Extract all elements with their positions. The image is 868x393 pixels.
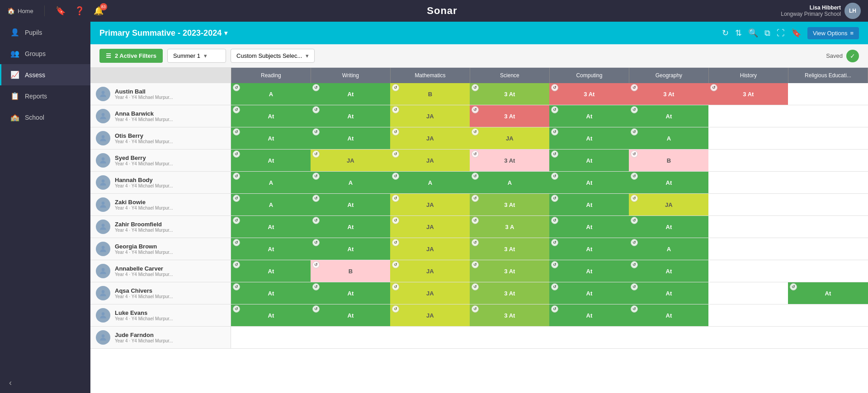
history-icon[interactable]: ↺ — [472, 217, 479, 224]
history-icon[interactable]: ↺ — [472, 106, 479, 113]
grade-cell[interactable]: ↺ At — [231, 260, 311, 282]
grade-cell[interactable]: ↺ At — [549, 194, 629, 216]
grade-cell[interactable]: ↺ At — [629, 105, 708, 127]
grade-cell[interactable] — [788, 216, 868, 238]
grade-cell[interactable]: ↺ At — [231, 150, 311, 172]
history-icon[interactable]: ↺ — [312, 84, 320, 91]
grade-cell[interactable]: ↺ At — [549, 238, 629, 260]
grade-cell[interactable] — [788, 260, 868, 282]
history-icon[interactable]: ↺ — [551, 217, 558, 224]
grade-cell[interactable]: ↺ JA — [390, 216, 470, 238]
history-icon[interactable]: ↺ — [551, 239, 558, 246]
history-icon[interactable]: ↺ — [551, 195, 558, 202]
history-icon[interactable]: ↺ — [392, 128, 399, 136]
history-icon[interactable]: ↺ — [233, 150, 240, 158]
header-dropdown-icon[interactable]: ▾ — [224, 29, 227, 37]
grade-cell[interactable] — [708, 238, 788, 260]
history-icon[interactable]: ↺ — [551, 173, 558, 180]
grade-cell[interactable]: ↺ At — [549, 127, 629, 150]
grade-cell[interactable]: ↺ JA — [390, 194, 470, 216]
grade-cell[interactable] — [708, 194, 788, 216]
history-icon[interactable]: ↺ — [631, 150, 638, 158]
sidebar-item-groups[interactable]: 👥 Groups — [0, 43, 90, 64]
active-filters-button[interactable]: ☰ 2 Active Filters — [99, 49, 163, 63]
history-icon[interactable]: ↺ — [551, 261, 558, 268]
grade-cell[interactable]: ↺ JA — [390, 127, 470, 150]
grade-cell[interactable]: ↺ At — [629, 172, 708, 194]
sidebar-item-pupils[interactable]: 👤 Pupils — [0, 22, 90, 43]
grade-cell[interactable]: ↺ B — [311, 260, 390, 282]
grade-cell[interactable]: ↺ At — [629, 216, 708, 238]
history-icon[interactable]: ↺ — [551, 283, 558, 290]
history-icon[interactable]: ↺ — [631, 195, 638, 202]
search-icon[interactable]: 🔍 — [748, 28, 758, 38]
grade-cell[interactable]: ↺ A — [231, 83, 311, 105]
grade-cell[interactable]: ↺ A — [231, 172, 311, 194]
student-cell[interactable]: Aqsa Chivers Year 4 · Y4 Michael Murpur.… — [90, 282, 231, 304]
grade-cell[interactable]: ↺ A — [629, 127, 708, 150]
student-cell[interactable]: Jude Farndon Year 4 · Y4 Michael Murpur.… — [90, 327, 231, 349]
history-icon[interactable]: ↺ — [631, 84, 638, 91]
grade-cell[interactable]: ↺ At — [231, 105, 311, 127]
bookmark-icon-nav[interactable]: 🔖 — [56, 6, 66, 16]
student-cell[interactable]: Annabelle Carver Year 4 · Y4 Michael Mur… — [90, 260, 231, 282]
grade-cell[interactable]: ↺ At — [231, 216, 311, 238]
grade-cell[interactable]: ↺ A — [629, 238, 708, 260]
refresh-icon[interactable]: ↻ — [722, 28, 729, 38]
history-icon[interactable]: ↺ — [472, 239, 479, 246]
grade-cell[interactable] — [708, 282, 788, 304]
student-cell[interactable]: Austin Ball Year 4 · Y4 Michael Murpur..… — [90, 83, 231, 105]
grade-cell[interactable]: ↺ 3 A — [470, 216, 549, 238]
grade-cell[interactable]: ↺ At — [549, 216, 629, 238]
history-icon[interactable]: ↺ — [631, 128, 638, 136]
student-cell[interactable]: Anna Barwick Year 4 · Y4 Michael Murpur.… — [90, 105, 231, 127]
history-icon[interactable]: ↺ — [233, 283, 240, 290]
grade-cell[interactable]: ↺ At — [311, 216, 390, 238]
grade-cell[interactable]: ↺ JA — [390, 304, 470, 327]
history-icon[interactable]: ↺ — [312, 217, 320, 224]
history-icon[interactable]: ↺ — [233, 128, 240, 136]
grade-cell[interactable] — [788, 238, 868, 260]
history-icon[interactable]: ↺ — [472, 305, 479, 313]
bookmark-header-icon[interactable]: 🔖 — [791, 28, 801, 38]
history-icon[interactable]: ↺ — [472, 261, 479, 268]
history-icon[interactable]: ↺ — [233, 217, 240, 224]
history-icon[interactable]: ↺ — [631, 106, 638, 113]
grade-cell[interactable] — [708, 304, 788, 327]
grade-cell[interactable] — [629, 327, 708, 349]
grade-cell[interactable]: ↺ At — [311, 304, 390, 327]
grade-cell[interactable] — [390, 327, 470, 349]
history-icon[interactable]: ↺ — [312, 106, 320, 113]
history-icon[interactable]: ↺ — [472, 128, 479, 136]
history-icon[interactable]: ↺ — [631, 173, 638, 180]
subject-filter-dropdown[interactable]: Custom Subjects Selec... ▾ — [231, 49, 315, 63]
grade-cell[interactable]: ↺ JA — [629, 194, 708, 216]
grade-cell[interactable] — [708, 150, 788, 172]
grade-cell[interactable]: ↺ At — [231, 238, 311, 260]
grade-cell[interactable]: ↺ 3 At — [549, 83, 629, 105]
grade-cell[interactable]: ↺ JA — [390, 150, 470, 172]
grade-cell[interactable]: ↺ 3 At — [470, 150, 549, 172]
grade-cell[interactable]: ↺ A — [390, 172, 470, 194]
grade-cell[interactable]: ↺ At — [311, 282, 390, 304]
grade-cell[interactable]: ↺ At — [311, 194, 390, 216]
grade-cell[interactable]: ↺ At — [549, 105, 629, 127]
grade-cell[interactable]: ↺ JA — [390, 238, 470, 260]
term-filter-dropdown[interactable]: Summer 1 ▾ — [167, 49, 226, 63]
history-icon[interactable]: ↺ — [312, 239, 320, 246]
grade-cell[interactable] — [708, 127, 788, 150]
student-cell[interactable]: Otis Berry Year 4 · Y4 Michael Murpur... — [90, 127, 231, 150]
sidebar-collapse-btn[interactable]: ‹ — [0, 373, 90, 393]
grade-cell[interactable]: ↺ At — [549, 260, 629, 282]
sidebar-item-school[interactable]: 🏫 School — [0, 107, 90, 128]
sidebar-item-reports[interactable]: 📋 Reports — [0, 85, 90, 107]
history-icon[interactable]: ↺ — [392, 195, 399, 202]
grade-cell[interactable]: ↺ 3 At — [629, 83, 708, 105]
grade-cell[interactable] — [549, 327, 629, 349]
grade-cell[interactable]: ↺ 3 At — [708, 83, 788, 105]
history-icon[interactable]: ↺ — [631, 283, 638, 290]
history-icon[interactable]: ↺ — [312, 195, 320, 202]
student-cell[interactable]: Syed Berry Year 4 · Y4 Michael Murpur... — [90, 150, 231, 172]
grade-cell[interactable] — [788, 127, 868, 150]
history-icon[interactable]: ↺ — [472, 150, 479, 158]
